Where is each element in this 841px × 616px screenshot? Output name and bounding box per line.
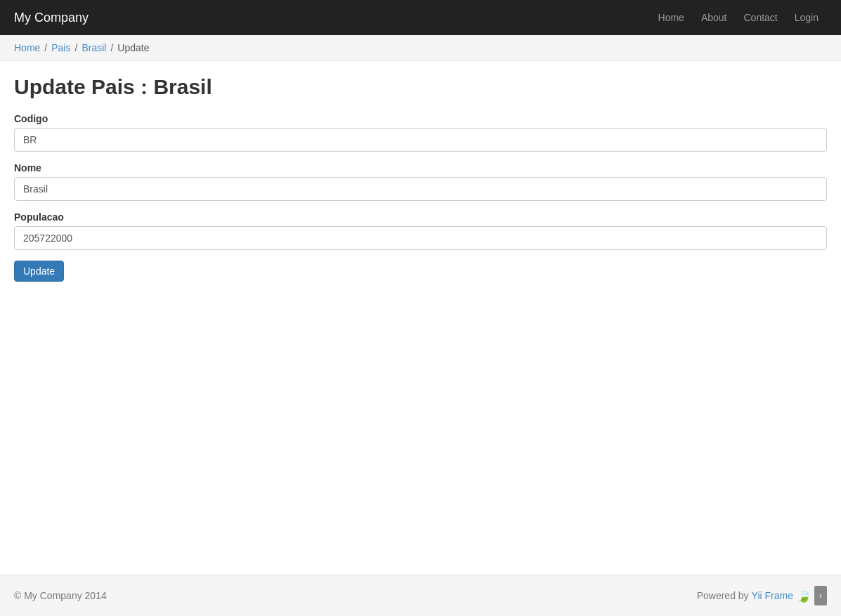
nome-input[interactable] [14,177,827,201]
breadcrumb-home[interactable]: Home [14,42,40,53]
breadcrumb-current: Update [117,42,149,53]
powered-by-text: Powered by [697,590,749,601]
breadcrumb: Home / Pais / Brasil / Update [14,42,827,53]
nav-menu: Home About Contact Login [650,1,827,34]
main-content: Update Pais : Brasil Codigo Nome Populac… [0,61,841,575]
nav-home[interactable]: Home [650,1,693,34]
nome-group: Nome [14,162,827,201]
breadcrumb-pais[interactable]: Pais [51,42,70,53]
breadcrumb-sep-1: / [44,42,47,53]
brand-link[interactable]: My Company [14,11,89,25]
navbar: My Company Home About Contact Login [0,0,841,35]
update-form: Codigo Nome Populacao Update [14,113,827,282]
breadcrumb-brasil[interactable]: Brasil [82,42,106,53]
populacao-group: Populacao [14,211,827,250]
breadcrumb-sep-3: / [110,42,113,53]
codigo-input[interactable] [14,128,827,152]
footer-powered: Powered by Yii Frame 🍃 › [697,586,827,605]
nav-about[interactable]: About [693,1,736,34]
update-button[interactable]: Update [14,261,64,282]
footer-copyright: © My Company 2014 [14,590,107,601]
yii-logo: 🍃 [796,588,811,603]
breadcrumb-bar: Home / Pais / Brasil / Update [0,35,841,61]
yii-link[interactable]: Yii Frame [752,590,793,601]
nome-label: Nome [14,162,827,173]
codigo-group: Codigo [14,113,827,152]
yii-text: Yii Frame [752,590,793,601]
populacao-input[interactable] [14,226,827,250]
breadcrumb-sep-2: / [74,42,77,53]
populacao-label: Populacao [14,211,827,223]
yii-logo-leaf1: 🍃 [796,588,811,603]
nav-login[interactable]: Login [786,1,827,34]
scroll-right-button[interactable]: › [814,586,827,605]
footer: © My Company 2014 Powered by Yii Frame 🍃… [0,575,841,616]
page-title: Update Pais : Brasil [14,75,827,99]
codigo-label: Codigo [14,113,827,124]
nav-contact[interactable]: Contact [735,1,785,34]
